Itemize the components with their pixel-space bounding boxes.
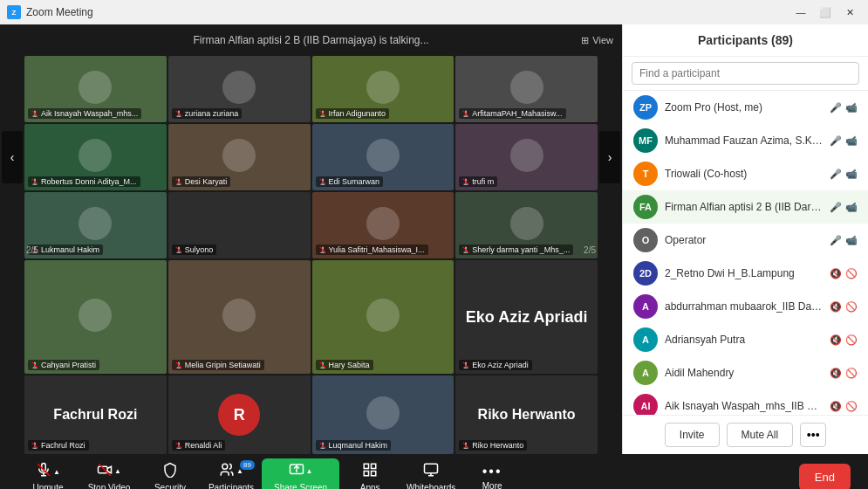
participant-name: abdurrahman mubaarok_IIB Darmajaya	[665, 300, 823, 313]
participant-name-tag: zuriana zuriana	[185, 109, 239, 118]
more-button[interactable]: ••• More	[461, 460, 523, 490]
mic-off-icon	[462, 110, 469, 117]
panel-search[interactable]	[623, 57, 868, 91]
close-button[interactable]: ✕	[838, 3, 861, 21]
title-bar-controls: — ⬜ ✕	[789, 3, 861, 21]
avatar: 2D	[633, 261, 658, 286]
avatar: O	[633, 228, 658, 252]
video-cell-8: trufi m	[455, 124, 598, 190]
mic-off-icon: 🔇	[830, 268, 842, 279]
participant-name-tag: Renaldi Ali	[185, 441, 222, 450]
participant-name: Muhammad Fauzan Azima, S.Ko... (Co-host)	[665, 134, 823, 147]
nav-next-button[interactable]: ›	[599, 131, 620, 183]
minimize-button[interactable]: —	[789, 3, 812, 21]
big-name-display: Fachrul Rozi	[53, 407, 137, 423]
video-cell-20: Riko Herwanto Riko Herwanto	[455, 375, 598, 454]
video-cell-11: Yulia Safitri_Mahasiswa_I...	[312, 192, 455, 258]
participant-name: Zoom Pro (Host, me)	[665, 101, 823, 114]
title-bar-text: Zoom Meeting	[26, 6, 93, 18]
video-cell-2: zuriana zuriana	[168, 56, 311, 122]
participant-controls: 🔇 🚫	[830, 368, 858, 379]
cam-off-icon: 🚫	[845, 268, 858, 279]
stop-video-button[interactable]: ▲ Stop Video	[79, 458, 140, 490]
participants-panel: Participants (89) ZP Zoom Pro (Host, me)…	[622, 24, 868, 454]
list-item[interactable]: FA Firman Alfian aptisi 2 B (IIB Darmaja…	[623, 190, 868, 224]
title-bar: Z Zoom Meeting — ⬜ ✕	[0, 0, 868, 24]
mic-off-icon	[31, 110, 38, 117]
unmute-button[interactable]: ▲ Unmute	[17, 458, 79, 490]
mic-off-icon	[319, 246, 326, 253]
list-item[interactable]: T Triowali (Co-host) 🎤 📹	[623, 157, 868, 190]
end-button[interactable]: End	[799, 464, 851, 490]
mic-off-icon	[462, 178, 469, 185]
cam-icon: 📹	[845, 135, 858, 147]
invite-button[interactable]: Invite	[665, 423, 720, 447]
participant-name-tag: Riko Herwanto	[472, 441, 523, 450]
zoom-top-bar: Firman Alfian aptisi 2 B (IIB Darmajaya)…	[0, 24, 622, 56]
svg-rect-70	[372, 464, 376, 468]
participants-button[interactable]: ▲ Participants 89	[201, 458, 262, 490]
page-indicator-right: 2/5	[584, 245, 596, 255]
participant-controls: 🎤 📹	[830, 235, 858, 246]
security-icon	[162, 462, 178, 481]
mic-off-icon: 🔇	[830, 334, 842, 346]
security-button[interactable]: Security	[140, 458, 201, 490]
participant-name-tag: Hary Sabita	[329, 361, 370, 369]
list-item[interactable]: A Aidil Mahendry 🔇 🚫	[623, 356, 868, 389]
participant-name: Triowali (Co-host)	[665, 168, 823, 180]
list-item[interactable]: O Operator 🎤 📹	[623, 224, 868, 257]
video-cell-16: Eko Aziz Apriadi Eko Aziz Apriadi	[455, 260, 598, 374]
participant-name-tag: Edi Sumarwan	[329, 177, 380, 186]
apps-label: Apps	[360, 483, 380, 490]
maximize-button[interactable]: ⬜	[814, 3, 837, 21]
list-item[interactable]: MF Muhammad Fauzan Azima, S.Ko... (Co-ho…	[623, 124, 868, 157]
mic-off-icon: 🔇	[830, 401, 842, 412]
mic-off-icon	[319, 362, 326, 368]
participant-name-tag: Cahyani Pratisti	[41, 361, 96, 369]
share-screen-button[interactable]: ▲ Share Screen	[262, 458, 339, 490]
participant-controls: 🎤 📹	[830, 202, 858, 213]
end-meeting-area: End	[799, 464, 851, 490]
whiteboards-button[interactable]: Whiteboards	[400, 458, 461, 490]
mic-off-icon	[175, 442, 182, 449]
mic-off-icon	[175, 246, 182, 253]
video-cell-4: ArfitamaPAH_Mahasisw...	[455, 56, 598, 122]
svg-line-65	[99, 464, 111, 476]
participant-name-tag: Yulia Safitri_Mahasiswa_I...	[329, 245, 425, 254]
view-button[interactable]: ⊞ View	[581, 35, 613, 46]
cam-off-icon: 🚫	[845, 334, 858, 346]
list-item[interactable]: ZP Zoom Pro (Host, me) 🎤 📹	[623, 91, 868, 124]
cam-icon: 📹	[845, 102, 858, 114]
nav-prev-button[interactable]: ‹	[2, 131, 23, 183]
participants-label: Participants	[208, 483, 254, 490]
search-input[interactable]	[632, 62, 859, 85]
avatar: MF	[633, 128, 658, 153]
mic-off-icon	[462, 362, 469, 368]
app-icon: Z	[7, 5, 21, 19]
avatar: T	[633, 162, 658, 186]
participant-controls: 🎤 📹	[830, 135, 858, 147]
participant-controls: 🎤 📹	[830, 169, 858, 180]
participant-name-tag: Desi Karyati	[185, 177, 228, 186]
panel-title: Participants (89)	[623, 24, 868, 57]
mute-all-button[interactable]: Mute All	[727, 423, 794, 447]
participant-name-tag: Robertus Donni Aditya_M...	[41, 177, 137, 186]
mic-off-icon	[31, 442, 38, 449]
video-cell-6: Desi Karyati	[168, 124, 311, 190]
list-item[interactable]: 2D 2_Retno Dwi H_B.Lampung 🔇 🚫	[623, 257, 868, 290]
stop-video-label: Stop Video	[88, 483, 131, 490]
avatar: A	[633, 361, 658, 385]
participant-name-tag: Fachrul Rozi	[41, 441, 85, 450]
list-item[interactable]: A abdurrahman mubaarok_IIB Darmajaya 🔇 🚫	[623, 290, 868, 323]
video-cell-5: Robertus Donni Aditya_M...	[24, 124, 167, 190]
svg-point-66	[222, 464, 228, 469]
apps-button[interactable]: Apps	[339, 458, 400, 490]
more-options-button[interactable]: •••	[800, 423, 826, 447]
page-indicator-left: 2/5	[26, 245, 38, 255]
video-cell-12: Sherly darma yanti _Mhs_...	[455, 192, 598, 258]
cam-icon: 📹	[845, 169, 858, 180]
list-item[interactable]: A Adriansyah Putra 🔇 🚫	[623, 323, 868, 356]
mic-off-icon	[31, 178, 38, 185]
list-item[interactable]: AI Aik Isnayah Waspah_mhs_IIB Darmajaya …	[623, 389, 868, 415]
mic-icon: 🎤	[830, 135, 842, 147]
